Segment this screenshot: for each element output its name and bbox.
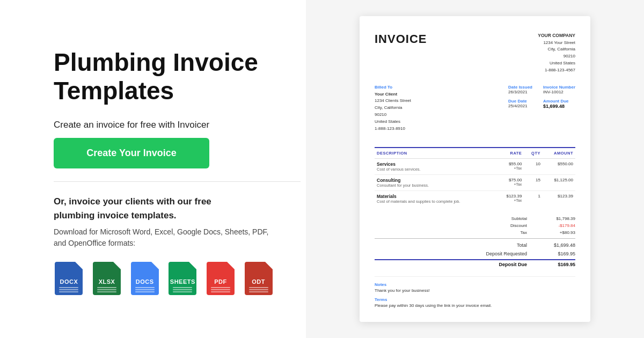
alt-description: Or, invoice your clients with our free p… [54,195,274,222]
table-row: Consulting Consultant for your business.… [375,175,575,191]
page-title: Plumbing Invoice Templates [54,48,274,105]
file-format-icons: DOCX XLSX [54,259,274,295]
col-qty: QTY [524,148,543,159]
totals-section: Subtotal $1,798.39 Discount -$179.84 Tax… [375,215,575,269]
sheets-icon[interactable]: SHEETS [167,259,198,295]
invoice-header: INVOICE YOUR COMPANY 1234 Your Street Ci… [375,32,575,74]
invoice-meta: Billed To Your Client 1234 Clients Stree… [375,85,575,139]
notes-terms-section: Notes Thank you for your business! Terms… [375,276,575,308]
discount-row: Discount -$179.84 [375,222,575,229]
subtotal-row: Subtotal $1,798.39 [375,215,575,222]
pdf-icon[interactable]: PDF [206,259,236,295]
col-amount: AMOUNT [543,148,575,159]
tax-row: Tax +$80.93 [375,229,575,236]
billed-to-section: Billed To Your Client 1234 Clients Stree… [375,85,411,133]
col-rate: RATE [496,148,524,159]
deposit-due-row: Deposit Due $169.95 [375,259,575,269]
format-description: Download for Microsoft Word, Excel, Goog… [54,226,274,249]
deposit-requested-row: Deposit Requested $169.95 [375,249,575,258]
col-description: DESCRIPTION [375,148,496,159]
invoice-dates: Date Issued 26/3/2021 Due Date 25/4/2021… [508,85,575,133]
right-panel: INVOICE YOUR COMPANY 1234 Your Street Ci… [306,0,644,338]
invoice-title: INVOICE [375,32,427,74]
section-divider [54,181,301,182]
docx-icon[interactable]: DOCX [54,259,84,295]
company-info: YOUR COMPANY 1234 Your Street City, Cali… [538,32,575,74]
docs-icon[interactable]: DOCS [129,259,160,295]
invoice-table: DESCRIPTION RATE QTY AMOUNT Services Cos… [375,147,575,207]
xlsx-icon[interactable]: XLSX [92,259,122,295]
odt-icon[interactable]: ODT [243,259,274,295]
total-row: Total $1,699.48 [375,241,575,249]
table-row: Materials Cost of materials and supplies… [375,191,575,207]
invoice-preview: INVOICE YOUR COMPANY 1234 Your Street Ci… [360,16,590,322]
left-panel: Plumbing Invoice Templates Create an inv… [0,0,306,338]
create-invoice-button[interactable]: Create Your Invoice [54,138,209,168]
subtitle-text: Create an invoice for free with Invoicer [54,120,274,130]
table-row: Services Cost of various services. $55.0… [375,159,575,175]
